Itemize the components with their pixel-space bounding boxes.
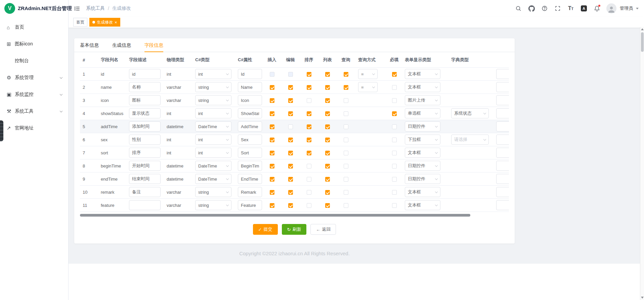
query-checkbox[interactable] [344,98,348,103]
insert-checkbox[interactable] [270,164,274,168]
edit-checkbox[interactable] [288,190,293,195]
insert-checkbox[interactable] [270,111,274,116]
search-icon[interactable] [515,5,522,12]
sidebar-item-home[interactable]: ⌂首页 [0,19,68,36]
refresh-button[interactable]: ↻ 刷新 [282,224,307,235]
sidebar-item-site-url[interactable]: ↗官网地址 [0,120,68,137]
settings-drawer-handle[interactable] [0,120,3,141]
list-checkbox[interactable] [325,151,330,155]
vertical-scrollbar-thumb[interactable] [641,32,644,52]
extra-field-input[interactable] [496,121,509,132]
required-checkbox[interactable] [392,72,397,77]
csharp-type-select[interactable]: int [195,69,231,79]
tag-gen-edit[interactable]: 生成修改× [89,18,120,27]
extra-field-input[interactable] [496,174,509,184]
required-checkbox[interactable] [392,124,397,129]
display-type-select[interactable]: 文本框 [405,148,440,158]
query-type-select[interactable]: = [358,69,378,79]
csharp-property-input[interactable] [238,108,262,118]
csharp-property-input[interactable] [238,135,262,145]
csharp-type-select[interactable]: int [195,148,231,158]
required-checkbox[interactable] [392,138,397,142]
query-type-select[interactable]: = [358,82,378,92]
query-checkbox[interactable] [344,111,348,116]
extra-field-input[interactable] [496,135,509,145]
sidebar-item-console[interactable]: 控制台 [0,52,68,69]
display-type-select[interactable]: 下拉框 [405,135,440,145]
required-checkbox[interactable] [392,151,397,155]
extra-field-input[interactable] [496,95,509,105]
list-checkbox[interactable] [325,164,330,168]
edit-checkbox[interactable] [288,138,293,142]
required-checkbox[interactable] [392,85,397,90]
back-button[interactable]: ← 返回 [310,224,336,235]
query-checkbox[interactable] [344,164,348,168]
extra-field-input[interactable] [496,161,509,171]
required-checkbox[interactable] [392,111,397,116]
csharp-property-input[interactable] [238,161,262,171]
required-checkbox[interactable] [392,190,397,195]
required-checkbox[interactable] [392,177,397,182]
field-description-input[interactable] [129,69,161,79]
display-type-select[interactable]: 文本框 [405,69,440,79]
extra-field-input[interactable] [496,148,509,158]
github-icon[interactable] [528,5,535,12]
csharp-property-input[interactable] [238,187,262,197]
query-checkbox[interactable] [344,151,348,155]
sort-checkbox[interactable] [307,177,311,182]
dict-type-select[interactable]: 系统状态 [451,108,489,118]
field-description-input[interactable] [129,108,161,118]
edit-checkbox[interactable] [288,85,293,90]
field-description-input[interactable] [129,82,161,92]
extra-field-input[interactable] [496,82,509,92]
display-type-select[interactable]: 单选框 [405,108,440,118]
tab-basic[interactable]: 基本信息 [80,38,99,52]
list-checkbox[interactable] [325,111,330,116]
csharp-property-input[interactable] [238,174,262,184]
edit-checkbox[interactable] [288,177,293,182]
csharp-type-select[interactable]: DateTime [195,161,231,171]
csharp-property-input[interactable] [238,69,262,79]
sort-checkbox[interactable] [307,111,311,116]
query-checkbox[interactable] [344,138,348,142]
display-type-select[interactable]: 文本框 [405,82,440,92]
scroll-down-arrow[interactable] [641,297,644,299]
close-icon[interactable]: × [115,20,117,25]
display-type-select[interactable]: 日期控件 [405,161,440,171]
display-type-select[interactable]: 文本框 [405,187,440,197]
query-checkbox[interactable] [344,190,348,195]
extra-field-input[interactable] [496,200,509,210]
sidebar-item-system-admin[interactable]: ⚙系统管理 [0,69,68,86]
field-description-input[interactable] [129,174,161,184]
sort-checkbox[interactable] [307,85,311,90]
edit-checkbox[interactable] [288,151,293,155]
bell-icon[interactable] [593,5,601,12]
sidebar-item-icons[interactable]: ⊞图标icon [0,36,68,52]
csharp-property-input[interactable] [238,121,262,132]
csharp-property-input[interactable] [238,200,262,210]
query-checkbox[interactable] [344,203,348,208]
field-description-input[interactable] [129,95,161,105]
csharp-type-select[interactable]: int [195,135,231,145]
csharp-type-select[interactable]: int [195,108,231,118]
csharp-type-select[interactable]: string [195,95,231,105]
required-checkbox[interactable] [392,164,397,168]
extra-field-input[interactable] [496,69,509,79]
fullscreen-icon[interactable] [554,5,561,12]
csharp-type-select[interactable]: DateTime [195,121,231,132]
list-checkbox[interactable] [325,177,330,182]
tab-fields[interactable]: 字段信息 [144,38,163,52]
required-checkbox[interactable] [392,98,397,103]
edit-checkbox[interactable] [288,124,293,129]
csharp-property-input[interactable] [238,95,262,105]
sort-checkbox[interactable] [307,203,311,208]
csharp-type-select[interactable]: string [195,200,231,210]
collapse-sidebar-icon[interactable] [73,5,81,12]
sidebar-item-system-tools[interactable]: ⚒系统工具 [0,103,68,120]
tab-generate[interactable]: 生成信息 [112,38,131,52]
edit-checkbox[interactable] [288,111,293,116]
display-type-select[interactable]: 文本框 [405,200,440,210]
insert-checkbox[interactable] [270,124,274,129]
edit-checkbox[interactable] [288,98,293,103]
insert-checkbox[interactable] [270,85,274,90]
